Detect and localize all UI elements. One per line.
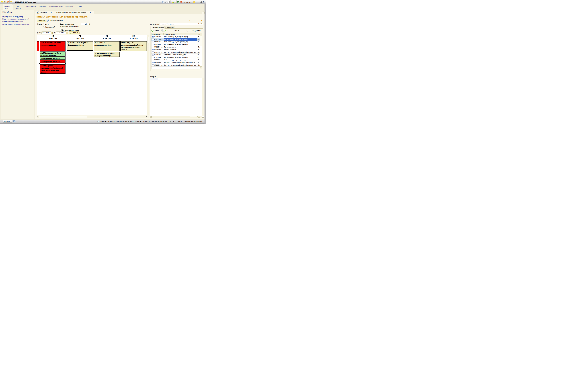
svg-text:?: ? (201, 20, 202, 21)
svg-text:31: 31 (181, 2, 182, 3)
svg-text:i: i (194, 1, 194, 3)
svg-text:1C: 1C (1, 1, 3, 2)
